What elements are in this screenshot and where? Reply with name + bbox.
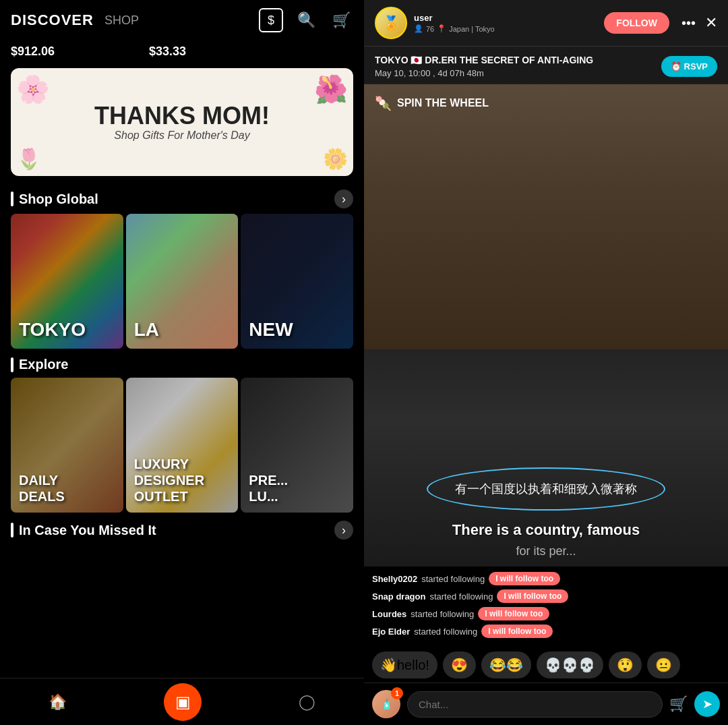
translation-sub: for its per... — [502, 544, 589, 558]
follow-too-btn-2[interactable]: I will follow too — [497, 589, 568, 603]
rsvp-button[interactable]: ⏰ RSVP — [661, 56, 717, 77]
explore-title: Explore — [19, 357, 68, 372]
follow-msg-1: Shelly0202 started following I will foll… — [372, 572, 720, 585]
pre-card[interactable]: PRE...LU... — [241, 378, 353, 513]
spin-wheel-text: SPIN THE WHEEL — [397, 97, 489, 109]
more-icon[interactable]: ••• — [681, 16, 696, 31]
emoji-surprised[interactable]: 😲 — [609, 651, 642, 678]
price-2: $33.33 — [149, 45, 186, 59]
chat-cart-icon[interactable]: 🛒 — [669, 695, 688, 713]
emoji-neutral[interactable]: 😐 — [647, 651, 680, 678]
explore-bar — [11, 357, 13, 372]
clock-icon: ⏰ — [671, 61, 681, 71]
banner-title: THANKS MOM! — [94, 103, 270, 129]
close-icon[interactable]: ✕ — [705, 14, 717, 32]
follow-msg-4: Ejo Elder started following I will follo… — [372, 625, 720, 638]
chat-badge: 1 — [391, 687, 403, 699]
live-username: user — [414, 13, 597, 23]
rsvp-label: RSVP — [684, 61, 708, 71]
msg-action-4: started following — [414, 627, 477, 637]
tokyo-card[interactable]: TOKYO — [11, 214, 123, 349]
chinese-text-oval: 有一个国度以执着和细致入微著称 — [427, 467, 665, 511]
msg-action-1: started following — [421, 574, 485, 584]
pre-label: PRE...LU... — [249, 472, 288, 504]
shop-global-arrow[interactable]: › — [334, 190, 353, 208]
event-row: TOKYO 🇯🇵 DR.ERI THE SECRET OF ANTI-AGING… — [375, 55, 717, 78]
live-avatar: 🏅 — [375, 7, 407, 39]
follow-too-btn-4[interactable]: I will follow too — [481, 625, 553, 638]
top-nav: DISCOVER SHOP $ 🔍 🛒 — [0, 0, 364, 40]
follow-too-btn-1[interactable]: I will follow too — [489, 572, 560, 585]
nav-icons: $ 🔍 🛒 — [259, 8, 353, 32]
video-area: 🍡 SPIN THE WHEEL 有一个国度以执着和细致入微著称 There i… — [364, 84, 728, 567]
emoji-hello[interactable]: 👋hello! — [372, 651, 437, 678]
bottom-nav: 🏠 ▣ ◯ — [0, 678, 364, 725]
live-header: 🏅 user 👤 76 📍 Japan | Tokyo FOLLOW ••• ✕ — [364, 0, 728, 47]
la-card[interactable]: LA — [126, 214, 239, 349]
in-case-header: In Case You Missed It › — [0, 513, 364, 545]
msg-action-2: started following — [429, 591, 493, 602]
home-icon: 🏠 — [49, 693, 67, 711]
tokyo-label: TOKYO — [19, 319, 86, 341]
follow-too-btn-3[interactable]: I will follow too — [478, 607, 549, 620]
emoji-skull[interactable]: 💀💀💀 — [537, 651, 603, 678]
msg-action-3: started following — [411, 609, 474, 619]
chat-input[interactable] — [407, 691, 663, 718]
la-label: LA — [134, 319, 159, 341]
wallet-icon[interactable]: $ — [259, 8, 283, 32]
left-panel: DISCOVER SHOP $ 🔍 🛒 $912.06 $33.33 🌸 🌺 🌷… — [0, 0, 364, 725]
cart-icon[interactable]: 🛒 — [329, 8, 353, 32]
center-nav-button[interactable]: ▣ — [164, 683, 202, 721]
shop-title[interactable]: SHOP — [104, 13, 139, 28]
right-panel: 🏅 user 👤 76 📍 Japan | Tokyo FOLLOW ••• ✕… — [364, 0, 728, 725]
emoji-laugh[interactable]: 😂😂 — [481, 651, 531, 678]
msg-user-1: Shelly0202 — [372, 574, 417, 584]
follow-msg-3: Lourdes started following I will follow … — [372, 607, 720, 620]
follow-button[interactable]: FOLLOW — [604, 12, 669, 34]
in-case-bar — [11, 523, 13, 538]
mothers-day-banner[interactable]: 🌸 🌺 🌷 🌼 THANKS MOM! Shop Gifts For Mothe… — [11, 68, 353, 176]
flower-decor-br: 🌼 — [323, 147, 348, 171]
profile-nav-item[interactable]: ◯ — [299, 693, 315, 711]
location-icon: 📍 — [437, 24, 446, 33]
section-bar — [11, 192, 13, 206]
city-cards: TOKYO LA NEW — [0, 214, 364, 349]
new-card-partial[interactable]: NEW — [241, 214, 353, 349]
chat-row: 🧴 1 🛒 ➤ — [364, 683, 728, 725]
chinese-text: 有一个国度以执着和细致入微著称 — [455, 482, 637, 496]
flower-decor-tr: 🌺 — [314, 74, 348, 105]
luxury-label: LUXURYDESIGNEROUTLET — [134, 456, 204, 504]
chat-avatar: 🧴 1 — [372, 690, 400, 718]
emoji-bar: 👋hello! 😍 😂😂 💀💀💀 😲 😐 — [364, 647, 728, 683]
event-time: May 10, 10:00 , 4d 07h 48m — [375, 68, 593, 78]
in-case-arrow[interactable]: › — [334, 521, 353, 540]
location-text: Japan | Tokyo — [449, 25, 494, 33]
search-icon[interactable]: 🔍 — [294, 8, 318, 32]
new-label: NEW — [249, 319, 293, 341]
price-row: $912.06 $33.33 — [0, 40, 364, 63]
spin-wheel-label: 🍡 SPIN THE WHEEL — [375, 95, 489, 111]
home-nav-item[interactable]: 🏠 — [49, 693, 67, 711]
daily-deals-card[interactable]: DAILYDEALS — [11, 378, 123, 513]
followers-count: 76 — [426, 25, 434, 33]
explore-cards: DAILYDEALS LUXURYDESIGNEROUTLET PRE...LU… — [0, 378, 364, 513]
follow-msg-2: Snap dragon started following I will fol… — [372, 589, 720, 603]
live-info: user 👤 76 📍 Japan | Tokyo — [414, 13, 597, 33]
flower-decor-tl: 🌸 — [16, 74, 50, 105]
banner-content: THANKS MOM! Shop Gifts For Mother's Day — [94, 103, 270, 142]
shop-global-title: Shop Global — [19, 192, 98, 207]
discover-title: DISCOVER — [11, 11, 94, 29]
chat-share-icon[interactable]: ➤ — [694, 691, 720, 717]
followers-icon: 👤 — [414, 24, 423, 33]
daily-deals-label: DAILYDEALS — [19, 472, 65, 504]
emoji-heart-eyes[interactable]: 😍 — [443, 651, 476, 678]
price-1: $912.06 — [11, 45, 55, 59]
msg-user-3: Lourdes — [372, 609, 406, 619]
translation-text: There is a country, famous — [439, 521, 653, 539]
live-event: TOKYO 🇯🇵 DR.ERI THE SECRET OF ANTI-AGING… — [364, 47, 728, 84]
luxury-card[interactable]: LUXURYDESIGNEROUTLET — [126, 378, 239, 513]
spin-emoji: 🍡 — [375, 95, 392, 111]
banner-subtitle: Shop Gifts For Mother's Day — [94, 129, 270, 142]
msg-user-2: Snap dragon — [372, 591, 425, 602]
msg-user-4: Ejo Elder — [372, 627, 410, 637]
